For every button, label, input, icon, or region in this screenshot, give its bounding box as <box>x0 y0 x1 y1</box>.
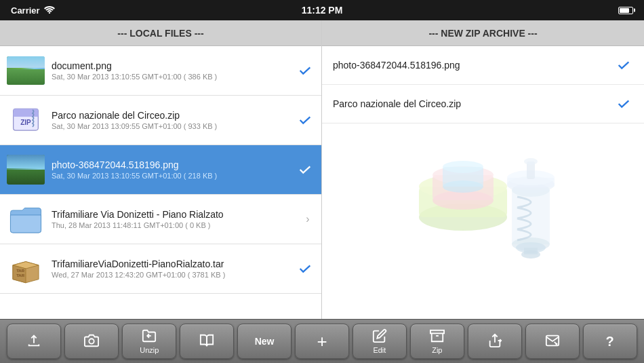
mail-icon <box>545 333 560 350</box>
file-info-trifamiliare-folder: Trifamiliare Via Donizetti - Piano Rialz… <box>52 209 301 229</box>
file-item-doc-png[interactable]: document.png Sat, 30 Mar 2013 13:10:55 G… <box>0 46 321 96</box>
svg-point-31 <box>89 339 94 343</box>
zip-thumb-icon: ZIP <box>9 103 43 137</box>
edit-button[interactable]: Edit <box>353 324 407 359</box>
svg-text:TAR: TAR <box>16 269 25 273</box>
status-left: Carrier <box>11 5 55 16</box>
edit-label: Edit <box>373 347 386 354</box>
svg-text:TAR: TAR <box>16 273 25 278</box>
edit-icon <box>372 328 387 345</box>
tar-thumb-icon: TAR TAR <box>8 252 43 285</box>
file-name-circeo: Parco nazionale del Circeo.zip <box>52 110 296 121</box>
file-thumb-tar: TAR TAR <box>7 250 45 288</box>
zip-item-name-photo: photo-368472044.518196.png <box>333 60 614 71</box>
check-icon-rp-photo <box>614 56 633 75</box>
file-name-trifamiliare-folder: Trifamiliare Via Donizetti - Piano Rialz… <box>52 209 301 220</box>
zip-item-list: photo-368472044.518196.png Parco naziona… <box>322 46 644 123</box>
folder-thumb-icon <box>8 204 43 234</box>
check-icon-doc-png <box>296 61 315 80</box>
help-icon: ? <box>605 335 613 348</box>
zip-item-photo[interactable]: photo-368472044.518196.png <box>322 46 644 85</box>
upload-icon <box>26 333 41 350</box>
status-time: 11:12 PM <box>302 5 343 16</box>
zip-label: Zip <box>432 347 442 354</box>
file-item-tar[interactable]: TAR TAR TrifamiliareViaDonizetti-PianoRi… <box>0 244 321 294</box>
svg-point-29 <box>524 158 538 165</box>
file-item-photo-png[interactable]: photo-368472044.518196.png Sat, 30 Mar 2… <box>0 145 321 195</box>
wifi-icon <box>44 5 55 16</box>
file-thumb-doc-png <box>7 52 45 90</box>
file-name-photo: photo-368472044.518196.png <box>52 159 296 170</box>
zip-icon <box>430 328 445 345</box>
zip-item-circeo[interactable]: Parco nazionale del Circeo.zip <box>322 85 644 123</box>
svg-rect-24 <box>524 248 538 254</box>
file-meta-circeo: Sat, 30 Mar 2013 13:09:55 GMT+01:00 ( 93… <box>52 122 296 130</box>
svg-text:ZIP: ZIP <box>20 119 31 126</box>
camera-icon <box>84 333 99 350</box>
new-button[interactable]: New <box>237 324 291 359</box>
file-thumb-circeo: ZIP <box>7 101 45 139</box>
chevron-right-icon: › <box>301 212 315 226</box>
add-icon: + <box>317 332 327 350</box>
check-icon-rp-circeo <box>614 94 633 113</box>
status-right <box>618 7 633 14</box>
new-label: New <box>255 337 275 346</box>
file-info-photo: photo-368472044.518196.png Sat, 30 Mar 2… <box>52 159 296 180</box>
file-thumb-folder <box>7 200 45 238</box>
zip-item-name-circeo: Parco nazionale del Circeo.zip <box>333 98 614 109</box>
file-name-tar: TrifamiliareViaDonizetti-PianoRialzato.t… <box>52 259 296 269</box>
file-meta-trifamiliare-folder: Thu, 28 Mar 2013 11:48:11 GMT+01:00 ( 0 … <box>52 221 301 229</box>
left-panel: --- LOCAL FILES --- document.png Sat, 30… <box>0 20 322 319</box>
help-button[interactable]: ? <box>583 324 637 359</box>
right-panel-header: --- NEW ZIP ARCHIVE --- <box>322 20 644 46</box>
svg-rect-33 <box>430 330 444 334</box>
left-panel-header: --- LOCAL FILES --- <box>0 20 321 46</box>
zip-button[interactable]: Zip <box>410 324 464 359</box>
mail-button[interactable] <box>525 324 580 359</box>
camera-button[interactable] <box>64 324 119 359</box>
svg-rect-3 <box>14 113 39 117</box>
file-item-circeo-zip[interactable]: ZIP Parco nazionale del Circeo.zip Sat, … <box>0 96 321 145</box>
unzip-label: Unzip <box>140 347 159 354</box>
file-info-circeo: Parco nazionale del Circeo.zip Sat, 30 M… <box>52 110 296 130</box>
main-content: --- LOCAL FILES --- document.png Sat, 30… <box>0 20 644 319</box>
svg-point-18 <box>443 161 483 173</box>
zip-illustration <box>375 129 592 278</box>
file-meta-photo: Sat, 30 Mar 2013 13:10:55 GMT+01:00 ( 21… <box>52 172 296 180</box>
upload-button[interactable] <box>7 324 61 359</box>
unzip-button[interactable]: Unzip <box>122 324 176 359</box>
status-bar: Carrier 11:12 PM <box>0 0 644 20</box>
file-meta-doc-png: Sat, 30 Mar 2013 13:10:55 GMT+01:00 ( 38… <box>52 73 296 81</box>
book-button[interactable] <box>180 324 234 359</box>
battery-icon <box>618 7 633 14</box>
carrier-label: Carrier <box>11 5 40 16</box>
svg-point-0 <box>48 12 49 13</box>
book-icon <box>199 333 214 350</box>
check-icon-photo <box>296 160 315 179</box>
file-thumb-photo <box>7 151 45 189</box>
file-item-trifamiliare-folder[interactable]: Trifamiliare Via Donizetti - Piano Rialz… <box>0 195 321 244</box>
thumb-landscape-img <box>7 56 45 85</box>
right-panel: --- NEW ZIP ARCHIVE --- photo-368472044.… <box>322 20 644 319</box>
file-info-tar: TrifamiliareViaDonizetti-PianoRialzato.t… <box>52 259 296 279</box>
check-icon-tar <box>296 259 315 278</box>
add-button[interactable]: + <box>295 324 349 359</box>
toolbar: Unzip New + Edit <box>0 319 644 363</box>
file-name-doc-png: document.png <box>52 60 296 71</box>
file-meta-tar: Wed, 27 Mar 2013 12:43:20 GMT+01:00 ( 37… <box>52 271 296 279</box>
unzip-icon <box>142 328 157 345</box>
share-button[interactable] <box>468 324 522 359</box>
file-info-doc-png: document.png Sat, 30 Mar 2013 13:10:55 G… <box>52 60 296 81</box>
local-file-list: document.png Sat, 30 Mar 2013 13:10:55 G… <box>0 46 321 319</box>
share-icon <box>487 333 502 350</box>
check-icon-circeo <box>296 111 315 130</box>
